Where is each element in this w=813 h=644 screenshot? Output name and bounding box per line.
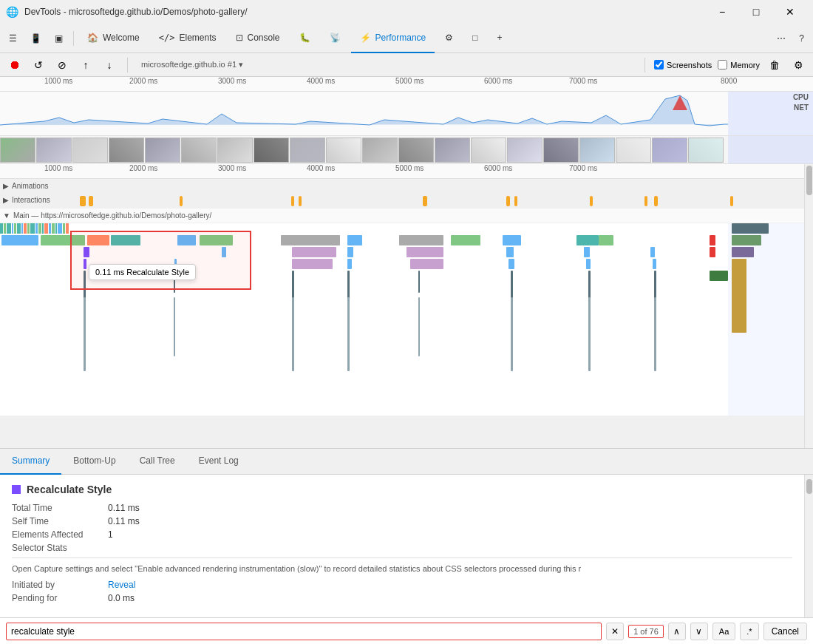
upload-button[interactable]: ↑ [77,56,95,74]
more-button[interactable]: ⋯ [771,28,792,49]
expand-icon-2[interactable]: ▶ [3,196,9,204]
interaction-dot-6[interactable] [423,196,427,206]
screenshot-thumb[interactable] [72,138,108,163]
flame-bar-4[interactable] [292,247,336,257]
search-next-button[interactable]: ∨ [690,623,708,640]
screenshot-thumb[interactable] [109,138,144,163]
scrollbar-thumb[interactable] [806,166,812,195]
tall-col-5[interactable] [418,297,420,356]
flame-col-4[interactable] [347,271,350,300]
interaction-dot-7[interactable] [506,196,510,206]
screenshots-checkbox-label[interactable]: Screenshots [654,60,712,70]
search-input[interactable] [6,623,602,640]
device-toggle-button[interactable]: 📱 [24,28,47,49]
tall-col-3[interactable] [292,297,294,371]
flame-col-6[interactable] [511,271,513,300]
download-button[interactable]: ↓ [101,56,118,74]
screenshot-thumb[interactable] [579,138,615,163]
tall-col-4[interactable] [347,297,350,371]
tall-col-2[interactable] [174,297,175,356]
flame-col-10[interactable] [732,223,769,234]
flame-bar-selected[interactable] [84,247,89,257]
interaction-dot-9[interactable] [590,196,593,206]
main-thread-area[interactable]: 0.11 ms Recalculate Style [0,223,804,416]
tab-network-icon[interactable]: 📡 [321,24,350,53]
memory-checkbox-label[interactable]: Memory [718,60,760,70]
tab-settings-icon[interactable]: ⚙ [436,24,462,53]
flame-col-1[interactable] [84,271,86,300]
record-button[interactable]: ⏺ [6,56,24,74]
tall-col-7[interactable] [588,297,591,371]
tall-col-1[interactable] [84,297,86,371]
screenshot-thumb[interactable] [652,138,687,163]
flame-col-7[interactable] [588,271,591,300]
tab-call-tree[interactable]: Call Tree [128,448,187,475]
flame-col-11[interactable] [732,235,761,245]
tab-box[interactable]: □ [463,24,486,53]
screenshot-thumb[interactable] [435,138,470,163]
refresh-record-button[interactable]: ↺ [30,56,47,74]
reveal-link[interactable]: Reveal [108,580,135,590]
flame-r3-3[interactable] [292,259,333,269]
cancel-search-button[interactable]: Cancel [763,623,807,640]
tab-console[interactable]: ⊡ Console [227,24,289,53]
screenshot-thumb[interactable] [217,138,253,163]
interaction-dot-2[interactable] [89,196,93,206]
tab-plus[interactable]: + [489,24,511,53]
collapse-icon[interactable]: ▼ [3,211,10,220]
flame-col-5[interactable] [418,271,420,293]
flame-r3-4[interactable] [347,259,352,269]
minimize-button[interactable]: − [705,0,739,24]
interaction-dot-12[interactable] [730,196,733,206]
tab-debug[interactable]: 🐛 [290,24,319,53]
search-prev-button[interactable]: ∧ [668,623,686,640]
interaction-dot-11[interactable] [654,196,658,206]
screenshot-thumb[interactable] [290,138,325,163]
vertical-scrollbar[interactable] [804,164,813,448]
flame-bar-3[interactable] [222,247,226,257]
flame-bar-7[interactable] [506,247,514,257]
interaction-dot-4[interactable] [291,196,294,206]
screenshot-thumb[interactable] [326,138,361,163]
flame-bar-6[interactable] [406,247,443,257]
help-button[interactable]: ? [793,28,810,49]
panel-toggle-button[interactable]: ▣ [49,28,69,49]
tab-bottom-up[interactable]: Bottom-Up [61,448,127,475]
garbage-collect-button[interactable]: 🗑 [766,56,783,74]
interaction-dot-5[interactable] [299,196,302,206]
screenshot-thumb[interactable] [616,138,651,163]
interaction-dot-3[interactable] [180,196,183,206]
detail-scrollbar[interactable] [804,475,813,617]
tall-col-6[interactable] [511,297,513,371]
flame-col-8[interactable] [654,271,656,300]
screenshots-strip[interactable] [0,136,813,164]
match-case-button[interactable]: Aa [712,623,735,640]
flame-r3-5[interactable] [410,259,443,269]
detail-scrollbar-thumb[interactable] [806,479,812,494]
tab-summary[interactable]: Summary [0,448,61,475]
interaction-dot-8[interactable] [514,196,517,206]
flame-r3-6[interactable] [508,259,514,269]
expand-icon[interactable]: ▶ [3,182,9,190]
screenshot-thumb[interactable] [688,138,724,163]
flame-col-9[interactable] [710,271,728,281]
tall-col-8[interactable] [654,297,656,371]
flame-bar-10[interactable] [710,247,715,257]
tab-elements[interactable]: </> Elements [150,24,225,53]
flame-bar-5[interactable] [347,247,353,257]
screenshot-thumb[interactable] [181,138,217,163]
tab-event-log[interactable]: Event Log [187,448,251,475]
flame-bar-8[interactable] [584,247,590,257]
screenshot-thumb[interactable] [36,138,72,163]
tab-performance[interactable]: ⚡ Performance [351,24,435,53]
screenshot-thumb[interactable] [543,138,579,163]
memory-checkbox[interactable] [718,60,727,70]
screenshot-thumb[interactable] [507,138,542,163]
interaction-dot-10[interactable] [644,196,647,206]
screenshot-thumb[interactable] [398,138,434,163]
flame-bar-9[interactable] [650,247,655,257]
flame-col-12[interactable] [732,247,754,257]
screenshot-thumb[interactable] [254,138,289,163]
flame-col-tall[interactable] [732,259,746,333]
screenshot-thumb[interactable] [145,138,180,163]
